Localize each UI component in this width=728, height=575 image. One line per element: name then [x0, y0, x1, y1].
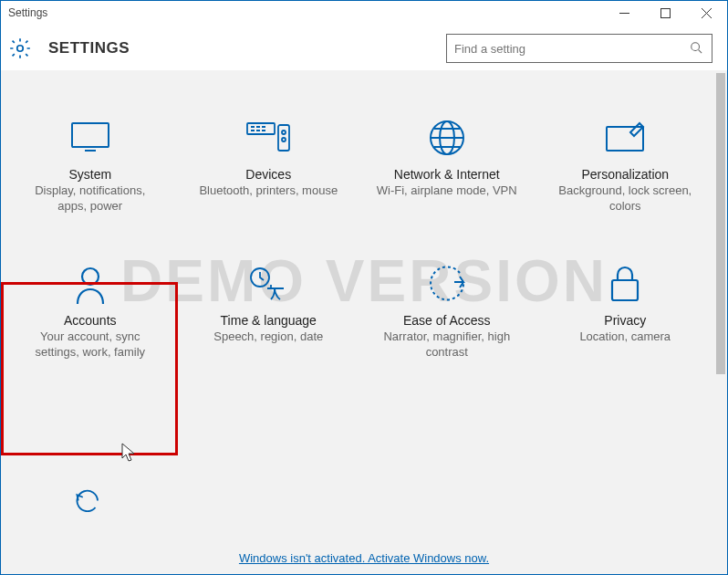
tile-title: Ease of Access: [403, 313, 491, 328]
tile-time-language[interactable]: Time & language Speech, region, date: [180, 262, 359, 361]
activation-banner: Windows isn't activated. Activate Window…: [1, 551, 727, 565]
svg-point-2: [692, 42, 700, 50]
content-area: DEMO VERSION System Display, notificatio…: [1, 70, 727, 575]
undo-icon: [67, 485, 110, 512]
tile-title: Network & Internet: [394, 167, 500, 182]
tile-desc: Your account, sync settings, work, famil…: [19, 329, 161, 361]
personalization-icon: [598, 116, 652, 160]
activation-link[interactable]: Windows isn't activated. Activate Window…: [239, 551, 489, 565]
tile-desc: Speech, region, date: [213, 329, 323, 345]
svg-rect-13: [612, 280, 638, 300]
svg-point-6: [282, 131, 286, 134]
mouse-cursor: [121, 443, 138, 465]
header: SETTINGS: [1, 25, 727, 70]
privacy-icon: [598, 262, 652, 306]
tile-desc: Display, notifications, apps, power: [19, 183, 161, 214]
ease-of-access-icon: [420, 262, 474, 306]
minimize-icon: [619, 8, 629, 18]
close-icon: [702, 8, 712, 18]
minimize-button[interactable]: [604, 1, 645, 25]
tile-desc: Location, camera: [579, 329, 671, 345]
tile-system[interactable]: System Display, notifications, apps, pow…: [1, 116, 180, 214]
tile-desc: Wi-Fi, airplane mode, VPN: [377, 183, 517, 199]
svg-point-11: [82, 268, 99, 285]
tile-desc: Narrator, magnifier, high contrast: [376, 329, 517, 361]
window-titlebar: Settings: [1, 1, 727, 25]
accounts-icon: [63, 262, 118, 306]
tile-desc: Background, lock screen, colors: [555, 183, 696, 214]
tile-personalization[interactable]: Personalization Background, lock screen,…: [536, 116, 715, 214]
svg-point-7: [282, 138, 286, 141]
window-controls: [604, 1, 727, 24]
tile-devices[interactable]: Devices Bluetooth, printers, mouse: [180, 116, 359, 214]
svg-point-1: [17, 46, 24, 52]
tile-title: Personalization: [581, 167, 669, 182]
system-icon: [63, 116, 118, 160]
svg-rect-3: [72, 123, 109, 147]
maximize-icon: [660, 8, 671, 18]
tiles-grid: System Display, notifications, apps, pow…: [1, 116, 714, 361]
tile-title: Privacy: [604, 313, 646, 328]
settings-title: SETTINGS: [48, 39, 130, 58]
tile-ease-of-access[interactable]: Ease of Access Narrator, magnifier, high…: [358, 262, 536, 361]
update-tile-partial[interactable]: [67, 485, 110, 515]
devices-icon: [241, 116, 296, 160]
search-box[interactable]: [446, 34, 712, 63]
tile-title: Time & language: [221, 313, 317, 328]
svg-rect-10: [607, 127, 643, 151]
tile-title: System: [68, 167, 111, 182]
tile-title: Accounts: [64, 313, 117, 328]
tile-title: Devices: [245, 167, 291, 182]
time-language-icon: [241, 262, 296, 306]
network-icon: [420, 116, 474, 160]
tile-privacy[interactable]: Privacy Location, camera: [536, 262, 715, 361]
tile-desc: Bluetooth, printers, mouse: [199, 183, 338, 199]
svg-rect-4: [247, 123, 275, 134]
search-icon: [690, 41, 702, 57]
tile-network[interactable]: Network & Internet Wi-Fi, airplane mode,…: [358, 116, 536, 214]
window-title: Settings: [8, 6, 47, 19]
search-input[interactable]: [454, 42, 690, 56]
close-button[interactable]: [686, 1, 727, 25]
maximize-button[interactable]: [645, 1, 686, 25]
gear-icon: [8, 37, 32, 60]
svg-rect-0: [661, 8, 671, 17]
scrollbar-thumb[interactable]: [716, 73, 725, 374]
tile-accounts[interactable]: Accounts Your account, sync settings, wo…: [1, 262, 180, 361]
